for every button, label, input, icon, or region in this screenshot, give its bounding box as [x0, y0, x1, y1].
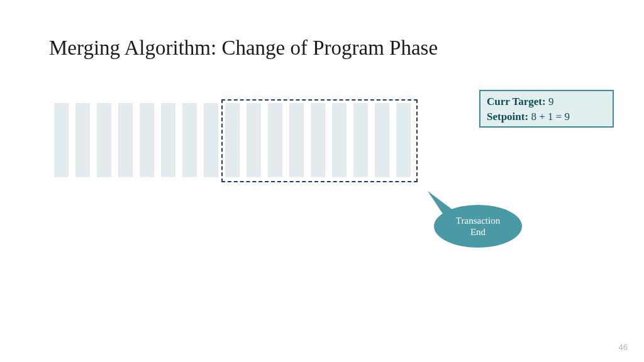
curr-target-line: Curr Target: 9: [487, 94, 606, 109]
setpoint-value: 8 + 1 = 9: [531, 111, 570, 123]
bar: [54, 103, 69, 177]
slide-title: Merging Algorithm: Change of Program Pha…: [49, 36, 438, 60]
curr-target-value: 9: [548, 96, 554, 107]
info-panel: Curr Target: 9 Setpoint: 8 + 1 = 9: [479, 90, 614, 128]
bar: [97, 103, 111, 177]
bar: [204, 103, 218, 177]
bars-diagram: [54, 99, 425, 181]
svg-marker-0: [428, 191, 453, 217]
selection-dashed-box: [221, 99, 418, 182]
page-number: 46: [619, 343, 628, 352]
bar: [118, 103, 133, 177]
callout-line1: Transaction: [456, 216, 500, 226]
curr-target-label: Curr Target:: [487, 96, 548, 107]
callout-ellipse: Transaction End: [434, 205, 522, 248]
bar: [161, 103, 175, 177]
bar: [182, 103, 197, 177]
bar: [140, 103, 154, 177]
setpoint-label: Setpoint:: [487, 111, 531, 123]
callout-line2: End: [470, 227, 486, 237]
bar: [75, 103, 90, 177]
setpoint-line: Setpoint: 8 + 1 = 9: [487, 109, 606, 124]
callout-tail-icon: [428, 191, 465, 222]
transaction-end-callout: Transaction End: [428, 191, 528, 254]
